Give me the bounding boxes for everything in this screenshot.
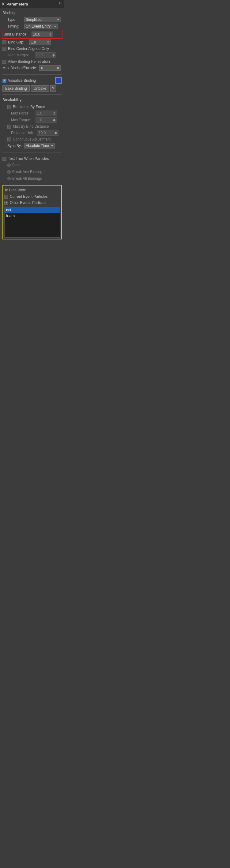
particle-listbox[interactable]: net frame (4, 207, 60, 238)
allow-binding-label: Allow Binding Penetration (8, 59, 50, 64)
align-margin-row: Align Margin: 0.01 (2, 52, 62, 59)
bind-distance-down[interactable] (49, 35, 52, 36)
to-bind-label: To Bind With: (4, 188, 26, 192)
sync-by-value: Absolute Time (26, 144, 49, 148)
max-binds-spinbox[interactable]: 4 (39, 65, 61, 71)
max-binds-down[interactable] (57, 68, 59, 69)
breakable-force-checkbox[interactable] (7, 105, 11, 109)
align-margin-down[interactable] (52, 55, 55, 57)
bind-distance-arrows (49, 33, 52, 36)
divider-2 (2, 94, 62, 95)
continuous-row: Continuous Adjustment (2, 136, 62, 143)
test-true-label: Test True When Particles (8, 156, 49, 161)
max-binds-up[interactable] (57, 67, 59, 68)
bind-gap-row: Bind Gap: 1.0 (2, 39, 62, 45)
test-true-checkbox[interactable] (2, 157, 6, 161)
timing-dropdown[interactable]: On Event Entry (24, 24, 58, 29)
continuous-checkbox[interactable] (7, 137, 11, 142)
max-force-label: Max Force: (11, 111, 35, 116)
align-margin-value: 0.01 (36, 53, 44, 57)
bind-distance-spinbox[interactable]: 10.0 (32, 32, 53, 37)
bind-radio[interactable] (7, 163, 11, 167)
align-margin-label: Align Margin: (7, 53, 35, 57)
breakable-force-label: Breakable By Force (13, 105, 45, 109)
help-button[interactable]: ? (50, 86, 56, 92)
to-bind-label-row: To Bind With: (4, 187, 60, 193)
divider-1 (2, 74, 62, 75)
type-row: Type: Simplified (2, 16, 62, 23)
current-event-row: Current Event Particles (4, 193, 60, 199)
breakability-section: Breakable By Force Max Force: 1.0 Max To… (0, 102, 64, 150)
test-true-section: Test True When Particles Bind Break Any … (0, 154, 64, 183)
max-force-arrows (53, 112, 55, 115)
listbox-item-net[interactable]: net (5, 207, 60, 213)
to-bind-with-box: To Bind With: Current Event Particles Ot… (2, 185, 62, 240)
max-binds-arrows (57, 67, 59, 69)
current-event-label: Current Event Particles (10, 194, 48, 199)
distance-unit-up[interactable] (55, 132, 57, 133)
sync-by-dropdown[interactable]: Absolute Time (24, 143, 55, 149)
timing-value: On Event Entry (26, 24, 51, 29)
color-swatch[interactable] (55, 77, 62, 84)
visualize-row: Visualize Binding (0, 76, 64, 85)
test-true-row: Test True When Particles (2, 156, 62, 162)
parameters-panel: Parameters ⠿ Binding: Type: Simplified T… (0, 0, 64, 244)
max-force-spinbox[interactable]: 1.0 (35, 111, 57, 116)
bind-gap-down[interactable] (47, 42, 49, 44)
break-all-label: Break All Bindings (12, 176, 42, 181)
bind-gap-up[interactable] (47, 41, 49, 42)
listbox-item-frame[interactable]: frame (5, 213, 60, 218)
panel-title: Parameters (6, 2, 28, 6)
max-torque-up[interactable] (53, 119, 55, 120)
other-events-checkbox[interactable] (4, 201, 8, 205)
align-margin-spinbox[interactable]: 0.01 (35, 52, 56, 58)
bind-distance-value: 10.0 (33, 32, 40, 36)
max-torque-down[interactable] (53, 120, 55, 122)
type-dropdown[interactable]: Simplified (24, 17, 61, 22)
align-margin-arrows (52, 54, 55, 57)
grid-icon: ⠿ (59, 2, 62, 6)
max-torque-arrows (53, 119, 55, 122)
bind-gap-arrows (47, 41, 49, 44)
current-event-checkbox[interactable] (4, 195, 8, 199)
collapse-icon[interactable] (2, 2, 5, 5)
continuous-label: Continuous Adjustment (13, 137, 51, 142)
max-force-up[interactable] (53, 112, 55, 113)
sync-by-dropdown-arrow (51, 145, 53, 147)
visualize-left: Visualize Binding (2, 79, 36, 83)
max-bind-dist-label: Max By Bind Distance (13, 124, 49, 129)
max-bind-dist-checkbox[interactable] (7, 125, 11, 129)
bake-binding-button[interactable]: Bake Binding (2, 86, 30, 92)
bind-center-row: Bind Center Aligned Only (2, 45, 62, 52)
break-any-row: Break Any Binding (2, 168, 62, 175)
max-torque-spinbox[interactable]: 1.0 (35, 117, 57, 123)
bind-gap-spinbox[interactable]: 1.0 (29, 39, 51, 45)
bind-distance-up[interactable] (49, 33, 52, 34)
visualize-label: Visualize Binding (8, 79, 36, 83)
break-all-radio[interactable] (7, 177, 11, 180)
distance-unit-down[interactable] (55, 133, 57, 134)
bind-gap-label: Bind Gap: (8, 40, 29, 44)
max-force-down[interactable] (53, 114, 55, 115)
align-margin-up[interactable] (52, 54, 55, 55)
break-any-radio[interactable] (7, 170, 11, 174)
break-all-row: Break All Bindings (2, 175, 62, 182)
distance-unit-spinbox[interactable]: 10.0 (37, 130, 58, 136)
max-binds-row: Max Binds p/Particle: 4 (2, 65, 62, 71)
bind-gap-checkbox[interactable] (2, 40, 6, 44)
bind-radio-label: Bind (12, 163, 20, 167)
max-binds-value: 4 (41, 66, 43, 70)
bind-center-checkbox[interactable] (2, 47, 6, 51)
divider-3 (2, 152, 62, 153)
breakable-force-row: Breakable By Force (2, 104, 62, 110)
allow-binding-checkbox[interactable] (2, 60, 6, 64)
max-binds-label: Max Binds p/Particle: (2, 66, 39, 70)
sync-by-row: Sync By: Absolute Time (2, 143, 62, 149)
timing-dropdown-arrow (54, 26, 56, 27)
max-torque-row: Max Torque: 1.0 (2, 117, 62, 123)
bake-button-row: Bake Binding Unbake ? (0, 85, 64, 92)
other-events-label: Other Events Particles (10, 200, 46, 205)
visualize-checkbox[interactable] (2, 79, 6, 83)
break-any-label: Break Any Binding (12, 169, 42, 174)
unbake-button[interactable]: Unbake (31, 86, 49, 92)
